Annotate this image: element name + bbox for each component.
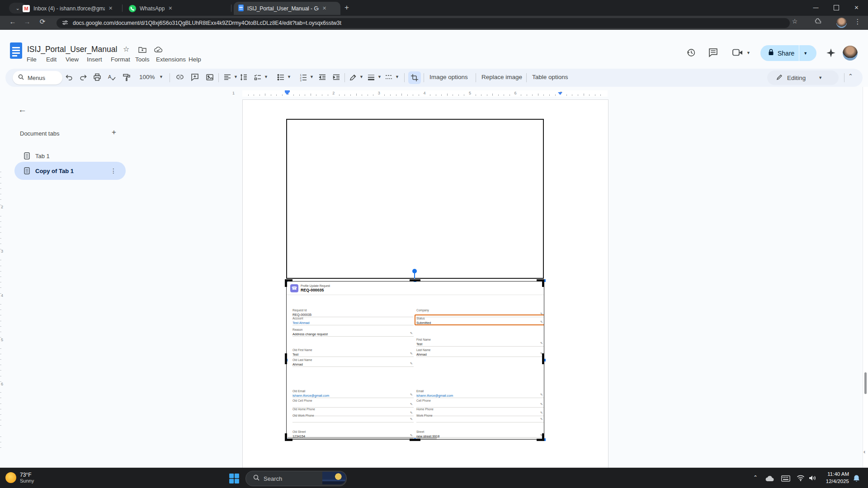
field-edit-pencil-icon[interactable]: ✎ <box>410 362 413 366</box>
account-avatar[interactable] <box>843 46 858 61</box>
menu-file[interactable]: File <box>24 55 40 64</box>
window-maximize-button[interactable] <box>826 0 846 15</box>
sidebar-item-copy-of-tab-1[interactable]: Copy of Tab 1⋮ <box>14 162 126 180</box>
border-dash-icon[interactable] <box>385 73 394 82</box>
line-spacing-icon[interactable] <box>240 73 249 82</box>
share-dropdown-caret[interactable]: ▼ <box>803 51 807 56</box>
dropdown-caret[interactable]: ▼ <box>395 75 399 79</box>
checklist-icon[interactable] <box>254 73 263 82</box>
table-options-button[interactable]: Table options <box>532 74 568 80</box>
gemini-sparkle-icon[interactable] <box>826 48 836 60</box>
side-panel-expand-chevron[interactable]: ‹ <box>863 448 865 455</box>
browser-tab-0[interactable]: M Inbox (4) - ishann.tforce@gmai ✕ <box>18 2 120 15</box>
site-settings-icon[interactable] <box>62 19 68 27</box>
dropdown-caret[interactable]: ▼ <box>359 75 363 79</box>
field-value-account[interactable]: Test Ahmad <box>292 321 310 325</box>
image-crop-handle[interactable] <box>542 433 544 441</box>
field-edit-pencil-icon[interactable]: ✎ <box>540 411 543 415</box>
clock-time[interactable]: 11:40 AM <box>819 471 849 477</box>
menu-edit[interactable]: Edit <box>43 55 60 64</box>
paint-format-icon[interactable] <box>123 73 132 82</box>
tray-expand-chevron[interactable]: ⌃ <box>753 474 758 481</box>
document-image-placeholder[interactable] <box>286 119 544 279</box>
menu-view[interactable]: View <box>62 55 82 64</box>
move-to-folder-icon[interactable] <box>138 47 146 55</box>
browser-tab-1[interactable]: WhatsApp ✕ <box>124 2 229 15</box>
border-width-icon[interactable] <box>367 73 376 82</box>
tab-close-icon[interactable]: ✕ <box>168 5 172 11</box>
menu-help[interactable]: Help <box>185 55 204 64</box>
meet-dropdown-caret[interactable]: ▼ <box>746 51 750 55</box>
reload-button[interactable]: ⟳ <box>37 18 48 26</box>
field-edit-pencil-icon[interactable]: ✎ <box>410 418 413 421</box>
image-crop-handle[interactable] <box>285 279 287 287</box>
forward-button[interactable]: → <box>22 18 33 25</box>
print-icon[interactable] <box>93 73 102 82</box>
field-edit-pencil-icon[interactable]: ✎ <box>540 393 543 397</box>
menu-extensions[interactable]: Extensions <box>153 55 189 64</box>
dropdown-caret[interactable]: ▼ <box>264 75 268 79</box>
menus-search-button[interactable]: Menus <box>13 71 62 84</box>
crop-image-icon[interactable] <box>408 71 421 84</box>
image-crop-handle[interactable] <box>285 353 287 364</box>
field-edit-pencil-icon[interactable]: ✎ <box>410 352 413 356</box>
address-bar[interactable]: docs.google.com/document/d/1Q8xj6S6o31Qg… <box>57 18 790 28</box>
dropdown-caret[interactable]: ▼ <box>159 75 163 79</box>
field-edit-pencil-icon[interactable]: ✎ <box>540 418 543 421</box>
weather-widget[interactable]: 73°F Sunny <box>5 472 34 483</box>
docs-logo-icon[interactable] <box>10 42 22 59</box>
numbered-list-icon[interactable]: 123 <box>299 73 308 82</box>
field-edit-pencil-icon[interactable]: ✎ <box>410 434 413 437</box>
cloud-saved-icon[interactable] <box>154 47 163 55</box>
image-crop-handle[interactable] <box>410 439 420 441</box>
field-edit-pencil-icon[interactable]: ✎ <box>540 342 543 345</box>
touch-keyboard-icon[interactable] <box>781 475 790 483</box>
extensions-icon[interactable] <box>812 18 823 26</box>
collapse-toolbar-chevron[interactable]: ⌃ <box>848 73 853 80</box>
dropdown-caret[interactable]: ▼ <box>287 75 291 79</box>
clock-date[interactable]: 12/4/2025 <box>819 479 849 484</box>
insert-image-icon[interactable] <box>206 73 215 82</box>
add-tab-button[interactable]: + <box>112 128 116 137</box>
image-rotate-handle-dot[interactable] <box>412 269 417 273</box>
field-edit-pencil-icon[interactable]: ✎ <box>540 312 543 316</box>
decrease-indent-icon[interactable] <box>318 73 327 82</box>
zoom-level[interactable]: 100% <box>139 74 155 80</box>
insert-link-icon[interactable] <box>176 73 185 82</box>
field-value-email[interactable]: ishann.tforce@gmail.com <box>416 394 453 398</box>
window-minimize-button[interactable]: — <box>806 0 826 15</box>
onedrive-cloud-icon[interactable] <box>765 475 775 483</box>
document-title[interactable]: ISIJ_Portal_User_Manual <box>27 45 117 54</box>
field-edit-pencil-icon[interactable]: ✎ <box>540 320 543 324</box>
menu-insert[interactable]: Insert <box>84 55 105 64</box>
dropdown-caret[interactable]: ▼ <box>234 75 238 79</box>
field-value-old-email[interactable]: ishann.tforce@gmail.com <box>292 394 329 398</box>
browser-tab-2[interactable]: ISIJ_Portal_User_Manual - Goo ✕ <box>234 2 340 15</box>
field-edit-pencil-icon[interactable]: ✎ <box>410 332 413 335</box>
tab-item-menu-icon[interactable]: ⋮ <box>110 167 117 174</box>
dropdown-caret[interactable]: ▼ <box>310 75 314 79</box>
share-button[interactable]: Share ▼ <box>760 45 816 61</box>
taskbar-search[interactable]: Search <box>245 471 347 486</box>
doc-scrollbar-thumb[interactable] <box>864 372 867 394</box>
undo-icon[interactable] <box>65 73 74 82</box>
close-panel-back-arrow[interactable]: ← <box>18 105 27 115</box>
window-close-button[interactable]: ✕ <box>846 0 867 15</box>
image-crop-handle[interactable] <box>410 279 420 282</box>
start-button[interactable] <box>229 473 240 486</box>
new-tab-button[interactable]: + <box>344 3 349 12</box>
editing-mode-button[interactable]: Editing ▼ <box>767 70 839 85</box>
spellcheck-icon[interactable]: A <box>108 73 117 82</box>
search-daily-image[interactable] <box>322 472 346 484</box>
image-options-button[interactable]: Image options <box>429 74 468 80</box>
wifi-icon[interactable] <box>797 475 805 483</box>
back-button[interactable]: ← <box>7 18 18 25</box>
volume-icon[interactable] <box>809 475 816 483</box>
redo-icon[interactable] <box>79 73 88 82</box>
menu-tools[interactable]: Tools <box>132 55 153 64</box>
image-crop-handle[interactable] <box>285 433 287 441</box>
browser-profile-avatar[interactable] <box>836 18 847 28</box>
notifications-bell-icon[interactable] <box>853 474 860 484</box>
horizontal-ruler[interactable]: 11234567 <box>0 90 868 97</box>
add-comment-icon[interactable] <box>191 73 200 82</box>
